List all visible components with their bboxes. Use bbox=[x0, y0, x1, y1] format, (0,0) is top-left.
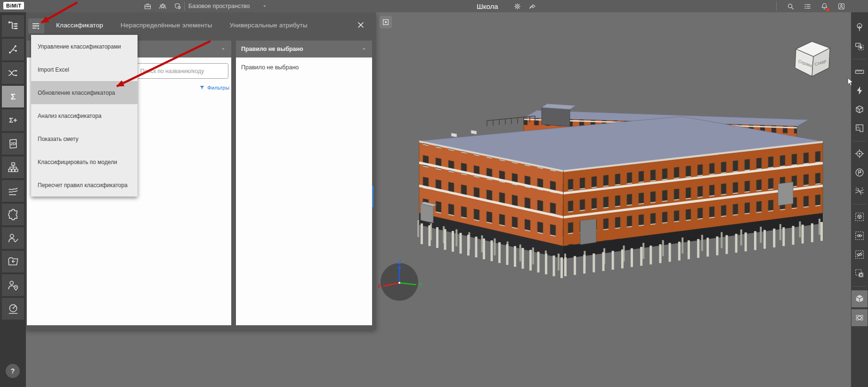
sidebar-user-location[interactable] bbox=[2, 274, 24, 296]
protection-clock-icon[interactable] bbox=[173, 1, 182, 11]
tool-section-flash[interactable] bbox=[852, 82, 868, 99]
sidebar-connections[interactable] bbox=[2, 39, 24, 60]
project-title: Школа bbox=[477, 0, 498, 12]
toolbar-separator bbox=[853, 204, 866, 205]
team-icon[interactable] bbox=[158, 1, 167, 11]
classifier-panel: КлассификаторНераспределённые элементыУн… bbox=[26, 12, 376, 330]
tool-floor-plan[interactable] bbox=[852, 120, 868, 137]
tool-cube-view[interactable] bbox=[852, 290, 868, 307]
gauge-icon bbox=[7, 303, 19, 315]
filter-funnel-icon bbox=[199, 85, 205, 91]
sidebar-2d-sheet[interactable] bbox=[2, 133, 24, 155]
account-icon[interactable] bbox=[836, 1, 846, 11]
workspace-selector[interactable]: Базовое пространство bbox=[188, 0, 268, 12]
puzzle-icon bbox=[7, 208, 19, 221]
briefcase-icon[interactable] bbox=[143, 1, 152, 11]
topbar-divider-right bbox=[776, 1, 777, 11]
tab-1[interactable]: Нераспределённые элементы bbox=[121, 22, 212, 29]
sidebar-plugins[interactable] bbox=[2, 204, 24, 225]
search-icon bbox=[787, 2, 795, 10]
menu-with-arrow-icon bbox=[31, 21, 41, 31]
chevron-down-icon[interactable] bbox=[220, 46, 226, 52]
classifier-dropdown-menu: Управление классификаторамиImport ExcelО… bbox=[31, 35, 138, 197]
user-badge-icon bbox=[837, 2, 845, 10]
user-check-icon bbox=[7, 232, 19, 244]
tool-show-selection[interactable] bbox=[852, 227, 868, 244]
isolate-icon bbox=[854, 212, 865, 222]
notifications-bell-icon[interactable] bbox=[819, 1, 829, 11]
tool-isolate-selection[interactable] bbox=[852, 208, 868, 225]
sheet-2d-icon bbox=[7, 138, 19, 150]
tool-tree[interactable] bbox=[852, 19, 868, 36]
help-button[interactable]: ? bbox=[6, 364, 20, 378]
sidebar-sigma-plus[interactable] bbox=[2, 109, 24, 131]
tool-section-box[interactable] bbox=[852, 101, 868, 118]
filters-link[interactable]: Фильтры bbox=[199, 85, 229, 91]
toolbar-separator bbox=[853, 286, 866, 287]
tool-hide-selection[interactable] bbox=[852, 246, 868, 263]
tool-orbit[interactable] bbox=[852, 309, 868, 326]
menu-item-6[interactable]: Пересчет правил классификатора bbox=[31, 173, 138, 197]
menu-item-0[interactable]: Управление классификаторами bbox=[31, 35, 138, 58]
clear-box-icon bbox=[854, 268, 865, 279]
chevron-down-icon[interactable] bbox=[361, 46, 367, 52]
toolbar-separator bbox=[853, 141, 866, 141]
tool-clear-selection[interactable] bbox=[852, 265, 868, 282]
topbar-title-icons bbox=[512, 0, 537, 12]
panel-scrollbar[interactable] bbox=[372, 186, 373, 207]
settings-gear-icon[interactable] bbox=[512, 1, 522, 11]
user-pin-icon bbox=[7, 279, 19, 291]
section-box-icon bbox=[854, 104, 865, 115]
sidebar-user-check[interactable] bbox=[2, 227, 24, 249]
target-icon bbox=[854, 148, 865, 159]
sidebar-org-chart[interactable] bbox=[2, 156, 24, 178]
share-icon[interactable] bbox=[527, 1, 537, 11]
panel-close-button[interactable] bbox=[356, 20, 365, 30]
rule-select-label: Правило не выбрано bbox=[241, 46, 303, 52]
tool-selection-capture[interactable] bbox=[852, 38, 868, 55]
users-icon bbox=[159, 2, 167, 10]
tree-icon bbox=[854, 22, 865, 33]
gear-icon bbox=[513, 2, 521, 10]
tool-measure-axes[interactable] bbox=[852, 183, 868, 200]
list-icon[interactable] bbox=[803, 1, 812, 11]
capture-icon bbox=[854, 41, 865, 51]
sigma-plus-icon bbox=[7, 114, 19, 126]
search-icon[interactable] bbox=[786, 1, 795, 11]
tool-flag[interactable] bbox=[852, 164, 868, 181]
line-chart-icon bbox=[7, 185, 19, 197]
workspace-label: Базовое пространство bbox=[188, 3, 250, 9]
right-toolbar bbox=[851, 12, 868, 387]
chevron-down-icon[interactable] bbox=[262, 3, 268, 9]
rule-empty-text: Правило не выбрано bbox=[236, 58, 372, 77]
menu-item-4[interactable]: Показать смету bbox=[31, 127, 138, 150]
rule-select-header[interactable]: Правило не выбрано bbox=[236, 41, 372, 58]
sidebar-charts[interactable] bbox=[2, 180, 24, 202]
menu-item-5[interactable]: Классифицировать по модели bbox=[31, 150, 138, 173]
classifier-menu-button[interactable] bbox=[28, 18, 44, 33]
fit-view-button[interactable] bbox=[380, 16, 392, 28]
topbar-divider bbox=[184, 1, 185, 11]
sidebar-folder-export[interactable] bbox=[2, 251, 24, 272]
search-input[interactable] bbox=[134, 63, 228, 79]
sidebar-model-tree[interactable] bbox=[2, 15, 24, 37]
folder-export-icon bbox=[7, 255, 19, 268]
sidebar-shuffle[interactable] bbox=[2, 62, 24, 84]
tool-ruler[interactable] bbox=[852, 63, 868, 80]
orbit-icon bbox=[854, 313, 865, 323]
menu-item-1[interactable]: Import Excel bbox=[31, 58, 138, 81]
tool-target[interactable] bbox=[852, 145, 868, 162]
sigma-icon bbox=[7, 91, 19, 103]
panel-tab-bar: КлассификаторНераспределённые элементыУн… bbox=[26, 12, 376, 38]
eye-box-icon bbox=[854, 231, 865, 241]
menu-item-2[interactable]: Обновление классификатора bbox=[31, 81, 138, 104]
topbar-right-icons bbox=[786, 0, 846, 12]
top-bar: BiMiT Базовое пространство Школа bbox=[0, 0, 868, 12]
flag-icon bbox=[854, 167, 865, 178]
tab-0[interactable]: Классификатор bbox=[56, 22, 103, 29]
menu-item-3[interactable]: Анализ классификатора bbox=[31, 104, 138, 127]
sidebar-dashboard-gauge[interactable] bbox=[2, 298, 24, 320]
tab-2[interactable]: Универсальные атрибуты bbox=[229, 22, 308, 29]
sidebar-classifier-sigma[interactable] bbox=[2, 86, 24, 107]
tree-structure-icon bbox=[7, 20, 19, 32]
